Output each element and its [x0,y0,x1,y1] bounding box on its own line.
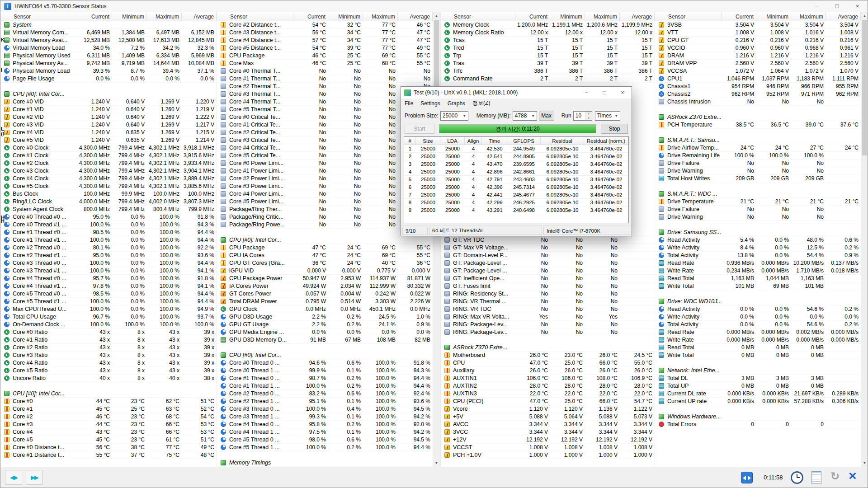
sensor-row[interactable]: Total UP0 MB0 MB0 MB [655,382,861,390]
column-header-current[interactable]: Current [77,12,112,21]
stepper-arrows[interactable]: ▲ ▼ [585,112,592,120]
sensor-row[interactable]: Core #3 Clock4,300.0 MHz799.4 MHz4,302.1… [0,167,217,175]
sensor-row[interactable]: Uncore Ratio40 x8 x40 x38 x [0,375,217,382]
sensor-row[interactable]: Read Total0 MB0 MB0 MB [655,344,861,352]
sensor-row[interactable]: Current UP rate0.000 KB/s0.000 KB/s57.28… [655,398,861,405]
sensor-row[interactable]: Trcd15 T15 T15 T15 T [441,44,655,52]
sensor-row[interactable]: GT: Inefficient Ope...NoNoNo [441,275,655,282]
linx-column-header[interactable]: Align [465,137,482,145]
sensor-row[interactable]: AVCC3.344 V3.344 V3.344 V3.344 V [441,421,655,428]
sensor-row[interactable]: Core #1 Thread 0 ...98.7 %0.2 %100.0 %94… [217,375,433,382]
sensor-row[interactable]: Drive Airflow Temp...24 °C24 °C27 °C24 °… [655,144,861,152]
sensor-row[interactable]: Total Activity13.8 %0.0 %54.4 %0.9 % [655,252,861,259]
sensor-row[interactable]: Core #0 Thread 1 ...99.9 %0.1 %100.0 %94… [217,367,433,375]
sensor-row[interactable]: RING: VR TDCNoNoNo [441,305,655,313]
sensor-row[interactable]: GPU GT Usage2.2 %0.2 %24.1 %0.9 % [217,321,433,328]
sensor-row[interactable]: Core #1 Thread 1 ...100.0 %0.2 %100.0 %9… [217,382,433,390]
sensor-row[interactable]: Core #145 °C25 °C63 °C52 °C [0,405,217,413]
sensor-row[interactable]: Drive FailureNoNoNo [655,160,861,167]
sensor-row[interactable]: CPU Package Power50.947 W2.953 W114.937 … [217,275,433,282]
linx-column-header[interactable]: Residual [541,137,584,145]
sensor-row[interactable]: Core #1 Clock4,300.0 MHz799.4 MHz4,302.1… [0,152,217,160]
sensor-row[interactable]: Total Activity0.0 %0.0 %54.6 %0.2 % [655,321,861,328]
sensor-row[interactable]: Read Activity5.4 %0.0 %48.0 %0.6 % [655,236,861,244]
sensor-row[interactable]: Core #5 VID1.240 V0.635 V1.269 V1.214 V [0,136,217,144]
sensor-row[interactable]: AUXTIN228.0 °C28.0 °C28.0 °C28.0 °C [441,382,655,390]
sensor-row[interactable]: VTT1.008 V1.008 V1.016 V1.008 V [655,29,861,37]
sensor-row[interactable]: Read Rate0.000 MB/s0.000 MB/s0.002 MB/s0… [655,328,861,336]
column-header-average[interactable]: Average [826,12,861,21]
sensor-row[interactable]: Core Max46 °C25 °C68 °C55 °C [217,60,433,67]
sensor-row[interactable]: Core #1 Thermal T...NoNoNoNo [217,75,433,83]
sensor-row[interactable]: GT Cores Power0.057 W0.004 W0.242 W0.022… [217,290,433,298]
linx-column-header[interactable]: Size [416,137,440,145]
column-header-maximum[interactable]: Maximum [585,12,620,21]
column-header-sensor[interactable]: Sensor [217,12,293,21]
sensor-row[interactable]: Core #0 Thread #0 ...95.0 %0.0 %100.0 %9… [0,213,217,221]
sensor-row[interactable]: Chassis1954 RPM946 RPM966 RPM955 RPM [655,83,861,90]
linx-column-header[interactable]: Residual (norm.) [584,137,628,145]
scroll-up-icon[interactable]: ▲ [861,12,868,20]
sensor-row[interactable]: Page File Usage0.0 %0.0 %0.0 %0.0 % [0,75,217,83]
sensor-row[interactable]: Core #4 Clock4,300.0 MHz799.4 MHz4,302.1… [0,175,217,183]
sensor-row[interactable]: Virtual Memory Com...6,469 MB1,384 MB6,4… [0,29,217,37]
column-header-current[interactable]: Current [293,12,328,21]
sensor-row[interactable]: Core #5 Ratio43 x8 x43 x39 x [0,367,217,375]
sensor-row[interactable]: Drive Remaining Life100.0 %100.0 %100.0 … [655,152,861,160]
scrollbar-thumb[interactable] [862,20,867,155]
sensor-row[interactable]: Core #545 °C23 °C61 °C51 °C [0,436,217,444]
problem-size-combo[interactable]: 25000 ▼ [440,111,468,121]
sensor-row[interactable]: Core #2 Ratio43 x8 x43 x39 x [0,344,217,352]
sensor-row[interactable]: Core #0 Thread 0 ...94.6 %0.6 %100.0 %91… [217,359,433,367]
sensor-row[interactable]: Write Total0 MB0 MB0 MB [655,352,861,359]
sensor-row[interactable]: Physical Memory Load39.3 %8.7 %39.4 %37.… [0,67,217,75]
sensor-row[interactable]: Core #443 °C23 °C66 °C53 °C [0,428,217,436]
sensor-row[interactable]: Core #3 Thread 1 ...99.3 %0.1 %100.0 %94… [217,413,433,421]
sensor-row[interactable]: Core #0 Clock4,300.0 MHz799.4 MHz4,302.1… [0,144,217,152]
sensor-row[interactable]: Trp15 T15 T15 T15 T [441,52,655,60]
sensor-row[interactable]: CPU GT0.216 V0.216 V0.216 V0.216 V [655,37,861,44]
column-header-maximum[interactable]: Maximum [363,12,398,21]
sensor-row[interactable]: Core #2 Thread #0 ...80.1 %0.0 %100.0 %9… [0,244,217,252]
sensor-row[interactable]: Write Total101 MB69 MB101 MB [655,282,861,290]
sensor-row[interactable]: AUXTIN1106.0 °C106.0 °C108.0 °C106.9 °C [441,375,655,382]
scrollbar-middle[interactable]: ▲ ▼ [433,12,440,467]
sensor-row[interactable]: VCCIO0.960 V0.960 V0.968 V0.961 V [655,44,861,52]
section-header-row[interactable]: CPU [#0]: Intel Cor... [0,390,217,398]
column-header-maximum[interactable]: Maximum [147,12,182,21]
sensor-row[interactable]: System Agent Clock800.0 MHz799.4 MHz800.… [0,206,217,213]
sensor-row[interactable]: Memory Clock Ratio12.00 x12.00 x12.00 x1… [441,29,655,37]
sensor-row[interactable]: Current DL rate0.000 KB/s0.000 KB/s21.69… [655,390,861,398]
sensor-row[interactable]: CPU IA Cores47 °C24 °C69 °C55 °C [217,252,433,259]
column-header-sensor[interactable]: Sensor [655,12,722,21]
sensor-row[interactable]: Drive WarningNoNoNo [655,167,861,175]
sensor-row[interactable]: Total CPU Usage96.7 %0.0 %100.0 %93.7 % [0,313,217,321]
sensor-row[interactable]: CPU GT Cores (Gra...36 °C24 °C40 °C36 °C [217,259,433,267]
sensor-row[interactable]: Core #1 Thread #1 ...100.0 %0.0 %100.0 %… [0,236,217,244]
sensor-row[interactable]: CPU Package47 °C24 °C69 °C55 °C [217,244,433,252]
sensor-row[interactable]: CPU (PECI)47.0 °C25.0 °C66.0 °C54.7 °C [441,398,655,405]
linx-column-header[interactable]: # [404,137,416,145]
sensor-row[interactable]: Core #0 Ratio43 x8 x43 x39 x [0,328,217,336]
sensor-row[interactable]: VCCSA1.072 V1.064 V1.072 V1.070 V [655,67,861,75]
sensor-row[interactable]: Virtual Memory Avai...12,528 MB12,500 MB… [0,37,217,44]
max-button[interactable]: Max [539,111,554,121]
scroll-down-icon[interactable]: ▼ [433,459,440,467]
sensor-row[interactable]: Core #5 Distance t...54 °C39 °C77 °C49 °… [217,44,433,52]
column-header-average[interactable]: Average [620,12,655,21]
close-sensors-icon[interactable]: × [849,468,857,483]
sensor-row[interactable]: Core #4 Distance t...57 °C34 °C77 °C47 °… [217,37,433,44]
sensor-row[interactable]: Trfc386 T386 T386 T386 T [441,67,655,75]
sensor-row[interactable]: GPU D3D Usage2.2 %0.2 %24.5 %1.0 % [217,313,433,321]
sensor-row[interactable]: GT: Max VR Voltage...NoNoNo [441,244,655,252]
sensor-row[interactable]: Drive WarningNoNoNo [655,213,861,221]
column-header-current[interactable]: Current [515,12,550,21]
sensor-row[interactable]: CPU Package46 °C25 °C69 °C55 °C [217,52,433,60]
scrollbar-right[interactable]: ▲ ▼ [861,12,868,467]
sensor-row[interactable]: Command Rate2 T2 T2 T2 T [441,75,655,83]
column-header-row[interactable]: SensorCurrentMinimumMaximumAverage [217,12,433,21]
sensor-row[interactable]: RING: Package-Lev...NoNoNo [441,328,655,336]
column-header-row[interactable]: SensorCurrentMinimumMaximumAverage [655,12,861,21]
column-header-minimum[interactable]: Minimum [112,12,147,21]
sensor-row[interactable]: Core #1 VID1.240 V0.640 V1.260 V1.219 V [0,106,217,113]
